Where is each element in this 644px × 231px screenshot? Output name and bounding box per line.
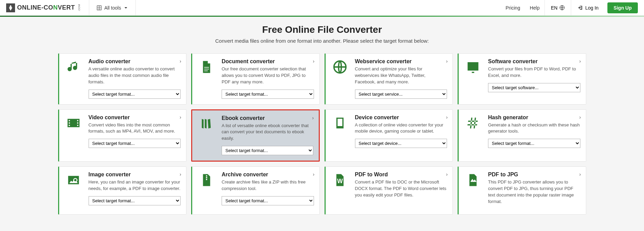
card-description: Convert your files from PDF to Word, PDF…	[488, 66, 580, 79]
converter-card-image[interactable]: Image converter Here, you can find an im…	[58, 166, 187, 215]
card-title: Device converter	[355, 114, 447, 121]
converter-grid: Audio converter A versatile online audio…	[55, 53, 589, 221]
header: ONLINE-CONVERT .COM All tools Pricing He…	[0, 0, 644, 16]
word-icon: W	[331, 172, 349, 209]
card-description: Create archive files like a ZIP with thi…	[222, 179, 314, 192]
logo-icon	[6, 3, 15, 12]
card-description: This PDF to JPG converter allows you to …	[488, 179, 580, 205]
card-description: Our free document converter selection th…	[222, 66, 314, 85]
chevron-right-icon: ›	[180, 114, 181, 120]
login-button[interactable]: Log In	[571, 0, 605, 15]
signup-button[interactable]: Sign Up	[607, 2, 638, 13]
chevron-right-icon: ›	[579, 114, 581, 120]
hero: Free Online File Converter Convert media…	[0, 17, 644, 53]
target-format-select[interactable]: Select target format...	[222, 90, 314, 99]
chevron-right-icon: ›	[446, 58, 448, 64]
ebook-icon	[198, 115, 215, 155]
logo-com: .COM	[78, 4, 81, 11]
converter-card-audio[interactable]: Audio converter A versatile online audio…	[58, 53, 187, 105]
chevron-right-icon: ›	[579, 58, 581, 64]
archive-icon	[198, 172, 215, 209]
page-title: Free Online File Converter	[0, 24, 644, 35]
card-title: Video converter	[89, 114, 181, 121]
card-title: PDF to JPG	[488, 172, 580, 178]
card-title: Audio converter	[89, 58, 181, 65]
login-label: Log In	[585, 5, 599, 11]
card-title: Webservice converter	[355, 58, 447, 65]
target-format-select[interactable]: Select target software...	[488, 83, 580, 92]
target-format-select[interactable]: Select target format...	[488, 139, 580, 148]
chevron-right-icon: ›	[313, 172, 315, 177]
svg-point-5	[74, 179, 76, 181]
card-description: A versatile online audio converter to co…	[89, 66, 181, 85]
card-description: Convert video files into the most common…	[89, 122, 181, 135]
all-tools-label: All tools	[104, 5, 121, 11]
audio-icon	[65, 58, 82, 99]
language-label: EN	[551, 5, 557, 11]
login-icon	[578, 5, 583, 10]
converter-card-document[interactable]: Document converter Our free document con…	[191, 53, 320, 105]
help-link[interactable]: Help	[525, 0, 544, 15]
card-description: A collection of online video converter f…	[355, 122, 447, 135]
target-format-select[interactable]: Select target format...	[222, 146, 313, 155]
chevron-right-icon: ›	[180, 172, 181, 177]
chevron-right-icon: ›	[446, 114, 448, 120]
card-description: A list of versatile online ebook convert…	[222, 123, 313, 142]
hash-icon	[464, 114, 482, 156]
language-selector[interactable]: EN	[544, 0, 571, 15]
target-format-select[interactable]: Select target format...	[89, 196, 181, 205]
card-title: Hash generator	[488, 114, 580, 121]
converter-card-word[interactable]: W PDF to Word Convert a PDF file to DOC …	[325, 166, 453, 215]
software-icon	[464, 58, 482, 99]
target-format-select[interactable]: Select target service...	[355, 90, 447, 99]
converter-card-ebook[interactable]: Ebook converter A list of versatile onli…	[191, 109, 320, 162]
target-format-select[interactable]: Select target format...	[222, 196, 314, 205]
card-title: PDF to Word	[355, 172, 447, 178]
globe-icon	[331, 58, 349, 99]
grid-icon	[97, 5, 102, 10]
chevron-down-icon	[124, 6, 128, 10]
logo-text: ONLINE-CONVERT	[17, 4, 75, 11]
jpg-icon	[464, 172, 482, 209]
logo[interactable]: ONLINE-CONVERT .COM	[0, 0, 89, 15]
converter-card-device[interactable]: Device converter A collection of online …	[325, 109, 453, 162]
card-title: Software converter	[488, 58, 580, 65]
target-format-select[interactable]: Select target format...	[89, 139, 181, 148]
target-format-select[interactable]: Select target format...	[89, 90, 181, 99]
card-title: Document converter	[222, 58, 314, 65]
converter-card-jpg[interactable]: PDF to JPG This PDF to JPG converter all…	[458, 166, 586, 215]
card-description: Generate a hash or checksum with these h…	[488, 122, 580, 135]
svg-point-0	[10, 5, 11, 6]
card-description: Here, you can find an image converter fo…	[89, 179, 181, 192]
document-icon	[198, 58, 215, 99]
converter-card-archive[interactable]: Archive converter Create archive files l…	[191, 166, 320, 215]
card-title: Image converter	[89, 172, 181, 178]
chevron-right-icon: ›	[579, 172, 581, 177]
converter-card-software[interactable]: Software converter Convert your files fr…	[458, 53, 586, 105]
card-title: Ebook converter	[222, 115, 313, 121]
pricing-link[interactable]: Pricing	[501, 0, 525, 15]
chevron-right-icon: ›	[180, 58, 181, 64]
target-format-select[interactable]: Select target device...	[355, 139, 447, 148]
converter-card-globe[interactable]: Webservice converter Convert and optimiz…	[325, 53, 453, 105]
converter-card-hash[interactable]: Hash generator Generate a hash or checks…	[458, 109, 586, 162]
converter-card-video[interactable]: Video converter Convert video files into…	[58, 109, 187, 162]
image-icon	[65, 172, 82, 209]
chevron-right-icon: ›	[446, 172, 448, 177]
globe-icon	[560, 5, 565, 10]
card-description: Convert and optimize your files for webs…	[355, 66, 447, 85]
card-description: Convert a PDF file to DOC or the Microso…	[355, 179, 447, 199]
page-subtitle: Convert media files online from one form…	[0, 38, 644, 44]
svg-rect-3	[338, 119, 342, 126]
svg-text:W: W	[337, 178, 343, 185]
video-icon	[65, 114, 82, 156]
chevron-right-icon: ›	[313, 58, 315, 64]
all-tools-button[interactable]: All tools	[89, 0, 136, 15]
chevron-right-icon: ›	[312, 115, 314, 121]
device-icon	[331, 114, 349, 156]
card-title: Archive converter	[222, 172, 314, 178]
